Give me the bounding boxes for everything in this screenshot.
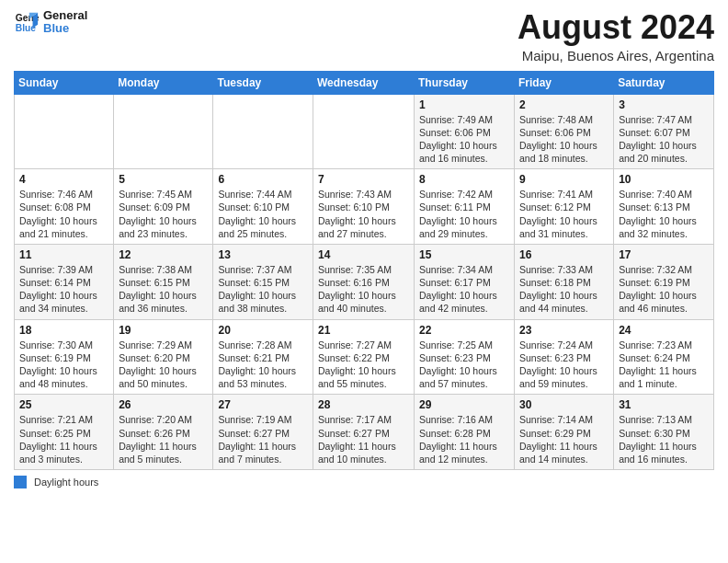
calendar-cell: 19Sunrise: 7:29 AM Sunset: 6:20 PM Dayli… <box>114 319 213 395</box>
day-number: 21 <box>318 324 409 337</box>
calendar-cell: 24Sunrise: 7:23 AM Sunset: 6:24 PM Dayli… <box>614 319 714 395</box>
day-number: 5 <box>119 173 208 186</box>
day-info: Sunrise: 7:13 AM Sunset: 6:30 PM Dayligh… <box>619 413 709 465</box>
day-number: 3 <box>619 98 709 111</box>
day-number: 29 <box>419 398 509 411</box>
calendar-body: 1Sunrise: 7:49 AM Sunset: 6:06 PM Daylig… <box>15 94 714 469</box>
day-info: Sunrise: 7:21 AM Sunset: 6:25 PM Dayligh… <box>19 413 108 465</box>
day-info: Sunrise: 7:48 AM Sunset: 6:06 PM Dayligh… <box>519 113 609 166</box>
week-row-1: 1Sunrise: 7:49 AM Sunset: 6:06 PM Daylig… <box>15 94 714 169</box>
day-number: 4 <box>19 173 108 186</box>
day-info: Sunrise: 7:32 AM Sunset: 6:19 PM Dayligh… <box>619 263 709 316</box>
day-info: Sunrise: 7:46 AM Sunset: 6:08 PM Dayligh… <box>19 188 108 240</box>
day-number: 2 <box>519 98 609 111</box>
header-day-tuesday: Tuesday <box>213 71 313 94</box>
calendar-cell: 15Sunrise: 7:34 AM Sunset: 6:17 PM Dayli… <box>415 244 515 319</box>
calendar-cell: 12Sunrise: 7:38 AM Sunset: 6:15 PM Dayli… <box>114 244 213 319</box>
calendar-table: SundayMondayTuesdayWednesdayThursdayFrid… <box>14 71 714 470</box>
day-number: 25 <box>19 398 108 411</box>
calendar-cell <box>213 94 313 169</box>
day-number: 18 <box>19 324 108 337</box>
calendar-cell: 16Sunrise: 7:33 AM Sunset: 6:18 PM Dayli… <box>515 244 614 319</box>
logo: General Blue General Blue <box>14 9 87 36</box>
day-info: Sunrise: 7:35 AM Sunset: 6:16 PM Dayligh… <box>318 263 409 316</box>
day-number: 28 <box>318 398 409 411</box>
calendar-cell: 31Sunrise: 7:13 AM Sunset: 6:30 PM Dayli… <box>614 395 714 470</box>
calendar-cell: 7Sunrise: 7:43 AM Sunset: 6:10 PM Daylig… <box>313 169 415 245</box>
calendar-cell: 28Sunrise: 7:17 AM Sunset: 6:27 PM Dayli… <box>313 395 415 470</box>
day-number: 10 <box>619 173 709 186</box>
calendar-cell: 10Sunrise: 7:40 AM Sunset: 6:13 PM Dayli… <box>614 169 714 245</box>
day-number: 23 <box>519 324 609 337</box>
day-info: Sunrise: 7:29 AM Sunset: 6:20 PM Dayligh… <box>119 339 208 391</box>
day-info: Sunrise: 7:49 AM Sunset: 6:06 PM Dayligh… <box>419 113 509 166</box>
day-info: Sunrise: 7:40 AM Sunset: 6:13 PM Dayligh… <box>619 188 709 240</box>
calendar-cell: 4Sunrise: 7:46 AM Sunset: 6:08 PM Daylig… <box>15 169 114 245</box>
day-info: Sunrise: 7:19 AM Sunset: 6:27 PM Dayligh… <box>218 413 308 465</box>
day-number: 31 <box>619 398 709 411</box>
day-number: 26 <box>119 398 208 411</box>
day-info: Sunrise: 7:28 AM Sunset: 6:21 PM Dayligh… <box>218 339 308 391</box>
day-info: Sunrise: 7:16 AM Sunset: 6:28 PM Dayligh… <box>419 413 509 465</box>
calendar-cell: 25Sunrise: 7:21 AM Sunset: 6:25 PM Dayli… <box>15 395 114 470</box>
calendar-header: SundayMondayTuesdayWednesdayThursdayFrid… <box>15 71 714 94</box>
day-number: 1 <box>419 98 509 111</box>
header-day-thursday: Thursday <box>415 71 515 94</box>
calendar-cell: 23Sunrise: 7:24 AM Sunset: 6:23 PM Dayli… <box>515 319 614 395</box>
day-number: 16 <box>519 248 609 261</box>
header-day-friday: Friday <box>515 71 614 94</box>
title-area: August 2024 Maipu, Buenos Aires, Argenti… <box>518 9 714 63</box>
day-info: Sunrise: 7:20 AM Sunset: 6:26 PM Dayligh… <box>119 413 208 465</box>
calendar-cell: 1Sunrise: 7:49 AM Sunset: 6:06 PM Daylig… <box>415 94 515 169</box>
week-row-2: 4Sunrise: 7:46 AM Sunset: 6:08 PM Daylig… <box>15 169 714 245</box>
header: General Blue General Blue August 2024 Ma… <box>14 9 714 63</box>
week-row-4: 18Sunrise: 7:30 AM Sunset: 6:19 PM Dayli… <box>15 319 714 395</box>
week-row-3: 11Sunrise: 7:39 AM Sunset: 6:14 PM Dayli… <box>15 244 714 319</box>
day-number: 19 <box>119 324 208 337</box>
day-number: 13 <box>218 248 308 261</box>
header-day-sunday: Sunday <box>15 71 114 94</box>
day-number: 8 <box>419 173 509 186</box>
day-info: Sunrise: 7:34 AM Sunset: 6:17 PM Dayligh… <box>419 263 509 316</box>
calendar-cell: 9Sunrise: 7:41 AM Sunset: 6:12 PM Daylig… <box>515 169 614 245</box>
legend-box <box>14 476 27 488</box>
day-info: Sunrise: 7:14 AM Sunset: 6:29 PM Dayligh… <box>519 413 609 465</box>
legend-label: Daylight hours <box>34 477 98 488</box>
day-info: Sunrise: 7:33 AM Sunset: 6:18 PM Dayligh… <box>519 263 609 316</box>
day-info: Sunrise: 7:23 AM Sunset: 6:24 PM Dayligh… <box>619 339 709 391</box>
calendar-cell: 30Sunrise: 7:14 AM Sunset: 6:29 PM Dayli… <box>515 395 614 470</box>
day-info: Sunrise: 7:43 AM Sunset: 6:10 PM Dayligh… <box>318 188 409 240</box>
calendar-cell: 21Sunrise: 7:27 AM Sunset: 6:22 PM Dayli… <box>313 319 415 395</box>
month-title: August 2024 <box>518 9 714 46</box>
header-day-monday: Monday <box>114 71 213 94</box>
day-info: Sunrise: 7:25 AM Sunset: 6:23 PM Dayligh… <box>419 339 509 391</box>
calendar-cell <box>313 94 415 169</box>
day-info: Sunrise: 7:24 AM Sunset: 6:23 PM Dayligh… <box>519 339 609 391</box>
calendar-cell: 29Sunrise: 7:16 AM Sunset: 6:28 PM Dayli… <box>415 395 515 470</box>
logo-line2: Blue <box>43 22 87 35</box>
calendar-cell: 8Sunrise: 7:42 AM Sunset: 6:11 PM Daylig… <box>415 169 515 245</box>
day-number: 14 <box>318 248 409 261</box>
calendar-cell <box>114 94 213 169</box>
header-day-wednesday: Wednesday <box>313 71 415 94</box>
day-info: Sunrise: 7:41 AM Sunset: 6:12 PM Dayligh… <box>519 188 609 240</box>
day-number: 22 <box>419 324 509 337</box>
day-number: 24 <box>619 324 709 337</box>
calendar-cell: 13Sunrise: 7:37 AM Sunset: 6:15 PM Dayli… <box>213 244 313 319</box>
day-number: 9 <box>519 173 609 186</box>
header-row: SundayMondayTuesdayWednesdayThursdayFrid… <box>15 71 714 94</box>
day-number: 15 <box>419 248 509 261</box>
day-info: Sunrise: 7:44 AM Sunset: 6:10 PM Dayligh… <box>218 188 308 240</box>
day-number: 6 <box>218 173 308 186</box>
day-info: Sunrise: 7:38 AM Sunset: 6:15 PM Dayligh… <box>119 263 208 316</box>
day-number: 20 <box>218 324 308 337</box>
day-number: 12 <box>119 248 208 261</box>
day-info: Sunrise: 7:39 AM Sunset: 6:14 PM Dayligh… <box>19 263 108 316</box>
day-info: Sunrise: 7:45 AM Sunset: 6:09 PM Dayligh… <box>119 188 208 240</box>
calendar-cell: 18Sunrise: 7:30 AM Sunset: 6:19 PM Dayli… <box>15 319 114 395</box>
legend-area: Daylight hours <box>14 476 714 488</box>
day-info: Sunrise: 7:17 AM Sunset: 6:27 PM Dayligh… <box>318 413 409 465</box>
calendar-cell: 14Sunrise: 7:35 AM Sunset: 6:16 PM Dayli… <box>313 244 415 319</box>
week-row-5: 25Sunrise: 7:21 AM Sunset: 6:25 PM Dayli… <box>15 395 714 470</box>
day-number: 17 <box>619 248 709 261</box>
